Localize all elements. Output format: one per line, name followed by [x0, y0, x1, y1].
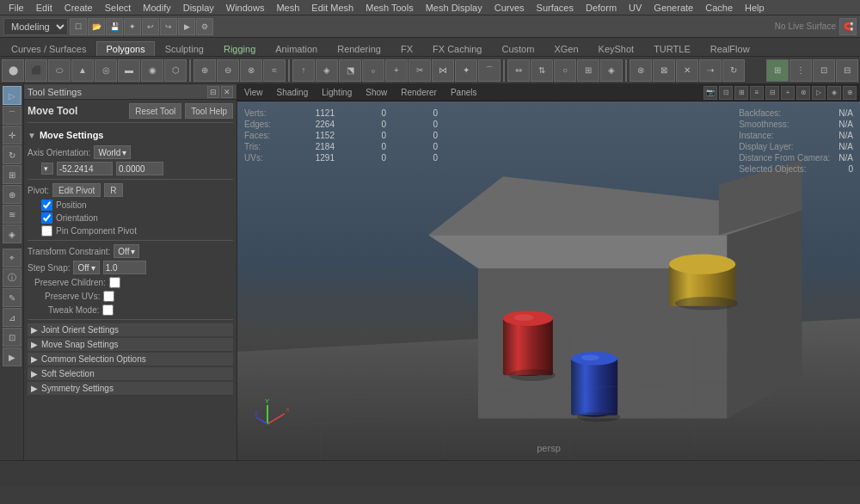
tab-polygons[interactable]: Polygons [96, 41, 154, 56]
connect-icon[interactable]: ⋈ [432, 59, 454, 82]
axis-dropdown-small[interactable]: ▾ [41, 163, 53, 175]
vp-icon-7[interactable]: ▷ [812, 86, 826, 100]
menu-windows[interactable]: Windows [221, 2, 270, 14]
tab-xgen[interactable]: XGen [544, 41, 587, 56]
y-value-input[interactable] [116, 162, 163, 175]
scale-tool-btn[interactable]: ⊞ [3, 165, 22, 184]
edit-pivot-btn[interactable]: Edit Pivot [52, 183, 101, 197]
undo-icon[interactable]: ↩ [142, 18, 159, 35]
menu-display[interactable]: Display [178, 2, 219, 14]
sculpt-btn[interactable]: ⊿ [3, 308, 22, 327]
poke-icon[interactable]: ✦ [455, 59, 477, 82]
sphere-icon[interactable]: ⬤ [2, 59, 24, 82]
pin-component-checkbox[interactable] [41, 225, 52, 237]
menu-help[interactable]: Help [740, 2, 770, 14]
tab-rendering[interactable]: Rendering [328, 41, 390, 56]
separate-icon[interactable]: ⊖ [217, 59, 239, 82]
vp-menu-shading[interactable]: Shading [273, 88, 312, 97]
boolean-icon[interactable]: ⊗ [240, 59, 262, 82]
weld-icon[interactable]: ◈ [600, 59, 623, 82]
snap-icon2[interactable]: ⋮ [789, 59, 812, 82]
tab-fx[interactable]: FX [391, 41, 422, 56]
cone-icon[interactable]: ▲ [71, 59, 94, 82]
cube-icon[interactable]: ⬛ [25, 59, 47, 82]
grid-snap-icon[interactable]: ⊞ [766, 59, 789, 82]
tab-rigging[interactable]: Rigging [214, 41, 265, 56]
circularize-icon[interactable]: ○ [554, 59, 576, 82]
move-tool-btn[interactable]: ✛ [3, 126, 22, 144]
bridge-icon[interactable]: ⬔ [339, 59, 361, 82]
close-panel-btn[interactable]: ✕ [221, 86, 233, 98]
vp-menu-renderer[interactable]: Renderer [397, 88, 440, 97]
universal-manip-btn[interactable]: ⊕ [3, 185, 22, 204]
reset-tool-btn[interactable]: Reset Tool [129, 103, 181, 119]
tab-keyshot[interactable]: KeyShot [589, 41, 644, 56]
menu-create[interactable]: Create [59, 2, 98, 14]
vp-icon-8[interactable]: ◈ [827, 86, 841, 100]
common-selection-section[interactable]: ▶ Common Selection Options [28, 353, 233, 366]
render-settings-icon[interactable]: ⚙ [196, 18, 213, 35]
position-checkbox[interactable] [41, 200, 52, 211]
vp-icon-9[interactable]: ⊕ [843, 86, 857, 100]
soft-select-btn[interactable]: ≋ [3, 205, 22, 224]
select-tool-btn[interactable]: ▷ [3, 86, 22, 105]
tab-sculpting[interactable]: Sculpting [156, 41, 213, 56]
vp-icon-2[interactable]: ⊞ [734, 86, 748, 100]
plane-icon[interactable]: ▬ [118, 59, 140, 82]
lasso-select-btn[interactable]: ⌒ [3, 106, 22, 125]
menu-mesh-display[interactable]: Mesh Display [421, 2, 488, 14]
snap-align-btn[interactable]: ⌖ [3, 249, 22, 267]
tab-animation[interactable]: Animation [266, 41, 327, 56]
vp-menu-show[interactable]: Show [362, 88, 390, 97]
tab-custom[interactable]: Custom [493, 41, 544, 56]
multi-cut-icon[interactable]: ✂ [408, 59, 431, 82]
render-icon[interactable]: ▶ [178, 18, 195, 35]
combine-icon[interactable]: ⊕ [194, 59, 216, 82]
tab-fx-caching[interactable]: FX Caching [423, 41, 491, 56]
merge-icon[interactable]: ⊞ [577, 59, 599, 82]
menu-select[interactable]: Select [100, 2, 137, 14]
menu-edit-mesh[interactable]: Edit Mesh [306, 2, 359, 14]
x-value-input[interactable] [57, 162, 113, 175]
float-panel-btn[interactable]: ⊟ [207, 86, 219, 98]
tweak-mode-checkbox[interactable] [102, 304, 114, 316]
info-btn[interactable]: ⓘ [3, 268, 22, 287]
save-scene-icon[interactable]: 💾 [106, 18, 123, 35]
menu-mesh[interactable]: Mesh [271, 2, 304, 14]
menu-surfaces[interactable]: Surfaces [531, 2, 579, 14]
redo-icon[interactable]: ↪ [160, 18, 177, 35]
cylinder-icon[interactable]: ⬭ [48, 59, 71, 82]
wedge-icon[interactable]: ⌒ [478, 59, 501, 82]
spin-edge-icon[interactable]: ↻ [722, 59, 745, 82]
append-poly-icon[interactable]: + [385, 59, 408, 82]
menu-mesh-tools[interactable]: Mesh Tools [360, 2, 418, 14]
flip-icon[interactable]: ⇅ [531, 59, 553, 82]
viewport[interactable]: View Shading Lighting Show Renderer Pane… [237, 84, 860, 460]
mirror-icon[interactable]: ⇔ [507, 59, 530, 82]
snap-icon3[interactable]: ⊡ [813, 59, 835, 82]
paint-select-btn[interactable]: ✎ [3, 288, 22, 307]
move-snap-section[interactable]: ▶ Move Snap Settings [28, 338, 233, 351]
vp-icon-3[interactable]: ≡ [750, 86, 764, 100]
menu-deform[interactable]: Deform [580, 2, 622, 14]
orientation-checkbox[interactable] [41, 212, 52, 224]
menu-modify[interactable]: Modify [138, 2, 175, 14]
save-as-icon[interactable]: ✦ [124, 18, 141, 35]
vp-icon-5[interactable]: + [781, 86, 795, 100]
magnet-icon[interactable]: 🧲 [839, 18, 857, 35]
step-snap-dropdown[interactable]: Off ▾ [73, 261, 99, 274]
menu-edit[interactable]: Edit [31, 2, 58, 14]
bevel-icon[interactable]: ◈ [316, 59, 338, 82]
rotate-tool-btn[interactable]: ↻ [3, 145, 22, 164]
slide-edge-icon[interactable]: ⇢ [699, 59, 722, 82]
vp-menu-view[interactable]: View [241, 88, 267, 97]
transform-constraint-dropdown[interactable]: Off ▾ [114, 244, 139, 258]
step-snap-value-input[interactable] [103, 261, 146, 274]
r-btn[interactable]: R [104, 183, 122, 197]
disk-icon[interactable]: ◉ [141, 59, 163, 82]
target-weld-icon[interactable]: ⊛ [630, 59, 652, 82]
open-scene-icon[interactable]: 📂 [88, 18, 105, 35]
fill-hole-icon[interactable]: ⬦ [362, 59, 384, 82]
menu-uv[interactable]: UV [624, 2, 647, 14]
vp-menu-lighting[interactable]: Lighting [318, 88, 355, 97]
